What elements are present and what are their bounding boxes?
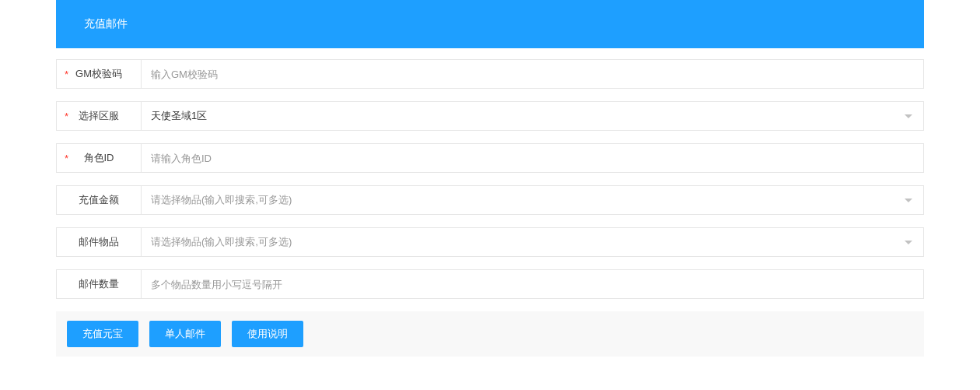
chevron-down-icon — [905, 114, 912, 118]
row-mail-quantity: 邮件数量 — [56, 269, 924, 299]
control-mail-items[interactable]: 请选择物品(输入即搜索,可多选) — [142, 227, 924, 257]
row-server: 选择区服 天使圣域1区 — [56, 101, 924, 131]
chevron-down-icon — [905, 199, 912, 202]
row-gm-code: GM校验码 — [56, 59, 924, 89]
instructions-button[interactable]: 使用说明 — [232, 321, 303, 347]
control-gm-code — [142, 59, 924, 89]
control-server[interactable]: 天使圣域1区 — [142, 101, 924, 131]
header-title: 充值邮件 — [84, 17, 128, 31]
control-mail-quantity — [142, 269, 924, 299]
row-mail-items: 邮件物品 请选择物品(输入即搜索,可多选) — [56, 227, 924, 257]
form-container: 充值邮件 GM校验码 选择区服 天使圣域1区 角色ID 充值金额 请选择物品(输… — [0, 0, 980, 357]
single-mail-button[interactable]: 单人邮件 — [149, 321, 221, 347]
recharge-button[interactable]: 充值元宝 — [67, 321, 138, 347]
input-role-id[interactable] — [151, 153, 914, 164]
header-banner: 充值邮件 — [56, 0, 924, 48]
control-role-id — [142, 143, 924, 173]
row-recharge-amount: 充值金额 请选择物品(输入即搜索,可多选) — [56, 185, 924, 215]
input-gm-code[interactable] — [151, 69, 914, 80]
label-recharge-amount: 充值金额 — [56, 185, 142, 215]
label-role-id: 角色ID — [56, 143, 142, 173]
select-recharge-placeholder: 请选择物品(输入即搜索,可多选) — [151, 193, 905, 207]
chevron-down-icon — [905, 241, 912, 244]
label-mail-quantity: 邮件数量 — [56, 269, 142, 299]
label-server: 选择区服 — [56, 101, 142, 131]
row-role-id: 角色ID — [56, 143, 924, 173]
select-server-value: 天使圣域1区 — [151, 109, 905, 123]
input-mail-quantity[interactable] — [151, 279, 914, 290]
label-gm-code: GM校验码 — [56, 59, 142, 89]
select-mail-items-placeholder: 请选择物品(输入即搜索,可多选) — [151, 235, 905, 249]
button-row: 充值元宝 单人邮件 使用说明 — [56, 311, 924, 357]
control-recharge-amount[interactable]: 请选择物品(输入即搜索,可多选) — [142, 185, 924, 215]
label-mail-items: 邮件物品 — [56, 227, 142, 257]
